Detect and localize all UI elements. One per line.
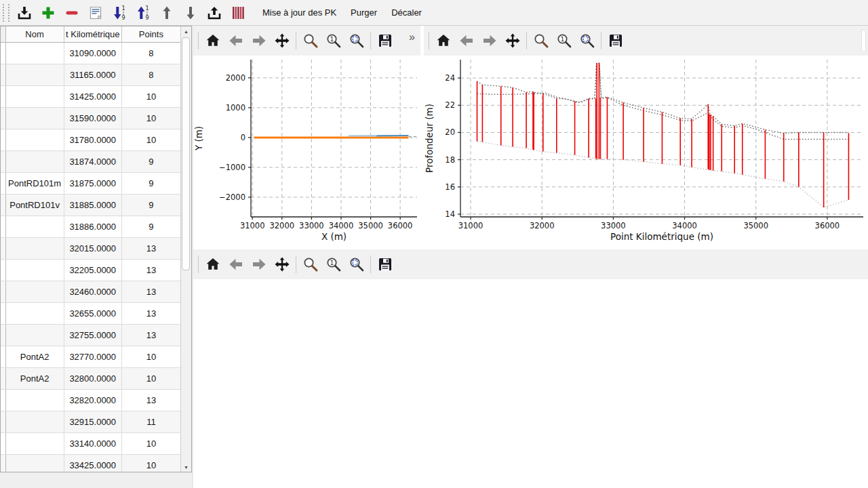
right-plot[interactable]: 3100032000330003400035000360001416182022… bbox=[424, 56, 868, 249]
sort-ascending-button[interactable]: 1 9 bbox=[108, 1, 131, 24]
home-button[interactable] bbox=[201, 28, 224, 53]
column-header-points[interactable]: Points bbox=[121, 26, 180, 43]
toolbar-grip[interactable] bbox=[3, 4, 9, 22]
cell-pk: 31590.0000 bbox=[64, 108, 121, 129]
table-row[interactable]: 32205.000013 bbox=[1, 260, 181, 281]
cell-nom bbox=[5, 151, 64, 173]
magnifier-icon bbox=[302, 256, 319, 272]
table-row[interactable]: 32915.000011 bbox=[1, 411, 181, 433]
shift-button[interactable]: Décaler bbox=[384, 2, 429, 24]
cell-pk: 31425.0000 bbox=[64, 86, 121, 108]
table-row[interactable]: 32755.000013 bbox=[1, 325, 181, 346]
cell-pk: 31874.0000 bbox=[64, 151, 121, 173]
toolbar-overflow-button[interactable]: » bbox=[409, 31, 415, 43]
move-down-button[interactable] bbox=[179, 1, 202, 24]
zoom-button[interactable] bbox=[299, 252, 321, 277]
table-scrollbar[interactable]: ▲ ▼ bbox=[180, 26, 191, 472]
weir-button[interactable] bbox=[226, 1, 250, 24]
cell-nom bbox=[5, 43, 64, 64]
forward-button[interactable] bbox=[248, 252, 270, 277]
svg-text:14: 14 bbox=[445, 209, 455, 219]
remove-button[interactable] bbox=[60, 1, 83, 24]
document-icon bbox=[87, 5, 104, 21]
left-plot-toolbar: » bbox=[193, 26, 420, 56]
row-header bbox=[1, 195, 5, 216]
cell-nom bbox=[5, 238, 64, 260]
separator bbox=[198, 32, 199, 49]
export-button[interactable] bbox=[203, 1, 226, 24]
svg-text:35000: 35000 bbox=[743, 221, 768, 230]
table-row[interactable]: 33425.000010 bbox=[1, 455, 181, 473]
add-button[interactable] bbox=[37, 1, 60, 24]
table-row[interactable]: 31780.000010 bbox=[1, 129, 181, 151]
arrow-right-icon bbox=[251, 256, 267, 272]
plots-scrollbar-thumb[interactable] bbox=[861, 30, 866, 52]
zoom-button[interactable] bbox=[530, 28, 552, 53]
arrow-left-icon bbox=[228, 33, 244, 49]
table-row[interactable]: 31886.00009 bbox=[1, 216, 181, 238]
cell-points: 9 bbox=[121, 151, 180, 173]
table-row[interactable]: PontRD101m31875.00009 bbox=[1, 173, 181, 195]
move-up-button[interactable] bbox=[155, 1, 178, 24]
forward-button[interactable] bbox=[478, 28, 500, 53]
table-row[interactable]: PontA232770.000010 bbox=[1, 346, 181, 368]
cell-pk: 32460.0000 bbox=[64, 281, 121, 303]
zoom-1-button[interactable] bbox=[322, 252, 344, 277]
home-button[interactable] bbox=[432, 28, 454, 53]
table-row[interactable]: 31165.00008 bbox=[1, 64, 181, 86]
save-button[interactable] bbox=[604, 28, 627, 53]
home-button[interactable] bbox=[201, 252, 224, 277]
zoom-selection-button[interactable] bbox=[576, 28, 598, 53]
back-button[interactable] bbox=[455, 28, 477, 53]
left-plot[interactable]: 310003200033000340003500036000−2000−1000… bbox=[193, 56, 420, 249]
cell-pk: 32755.0000 bbox=[64, 325, 121, 346]
cell-pk: 32915.0000 bbox=[64, 411, 121, 433]
separator bbox=[198, 256, 199, 273]
scroll-down-button[interactable]: ▼ bbox=[181, 462, 191, 472]
move-icon bbox=[505, 33, 521, 49]
table-row[interactable]: 32820.000013 bbox=[1, 390, 181, 411]
pan-button[interactable] bbox=[501, 28, 524, 53]
table-row[interactable]: PontA232800.000010 bbox=[1, 368, 181, 390]
save-button[interactable] bbox=[374, 28, 396, 53]
table-row[interactable]: 33140.000010 bbox=[1, 433, 181, 455]
pan-button[interactable] bbox=[271, 28, 293, 53]
table-row[interactable]: 31425.000010 bbox=[1, 86, 181, 108]
table-row[interactable]: 31090.00008 bbox=[1, 43, 181, 64]
minus-icon bbox=[64, 5, 80, 21]
scroll-up-button[interactable]: ▲ bbox=[181, 26, 191, 36]
back-button[interactable] bbox=[224, 252, 247, 277]
column-header-pk[interactable]: t Kilométrique bbox=[64, 26, 121, 43]
magnifier-rect-icon bbox=[579, 33, 595, 49]
import-button[interactable] bbox=[13, 1, 36, 24]
table-row[interactable]: 32015.000013 bbox=[1, 238, 181, 260]
purge-button[interactable]: Purger bbox=[344, 2, 384, 24]
svg-text:36000: 36000 bbox=[388, 221, 413, 230]
zoom-1-button[interactable] bbox=[553, 28, 575, 53]
pan-button[interactable] bbox=[271, 252, 293, 277]
cell-points: 10 bbox=[121, 108, 180, 129]
back-button[interactable] bbox=[224, 28, 247, 53]
cell-points: 8 bbox=[121, 43, 180, 64]
save-button[interactable] bbox=[374, 252, 396, 277]
table-row[interactable]: 32460.000013 bbox=[1, 281, 181, 303]
scrollbar-thumb[interactable] bbox=[182, 37, 190, 270]
zoom-selection-button[interactable] bbox=[345, 252, 368, 277]
cell-nom bbox=[5, 281, 64, 303]
zoom-1-button[interactable] bbox=[322, 28, 344, 53]
table-row[interactable]: 31874.00009 bbox=[1, 151, 181, 173]
table-row[interactable]: PontRD101v31885.00009 bbox=[1, 195, 181, 216]
forward-button[interactable] bbox=[248, 28, 270, 53]
zoom-selection-button[interactable] bbox=[345, 28, 368, 53]
update-pk-button[interactable]: Mise à jour des PK bbox=[256, 2, 343, 24]
sort-descending-button[interactable]: 1 9 bbox=[132, 1, 155, 24]
table-row[interactable]: 32655.000013 bbox=[1, 303, 181, 325]
plus-icon bbox=[40, 5, 56, 21]
table-corner-button[interactable] bbox=[1, 26, 5, 43]
form-button[interactable] bbox=[84, 1, 107, 24]
table-row[interactable]: 31590.000010 bbox=[1, 108, 181, 129]
column-header-nom[interactable]: Nom bbox=[5, 26, 64, 43]
zoom-button[interactable] bbox=[299, 28, 321, 53]
cell-pk: 32800.0000 bbox=[64, 368, 121, 390]
cell-points: 10 bbox=[121, 86, 180, 108]
